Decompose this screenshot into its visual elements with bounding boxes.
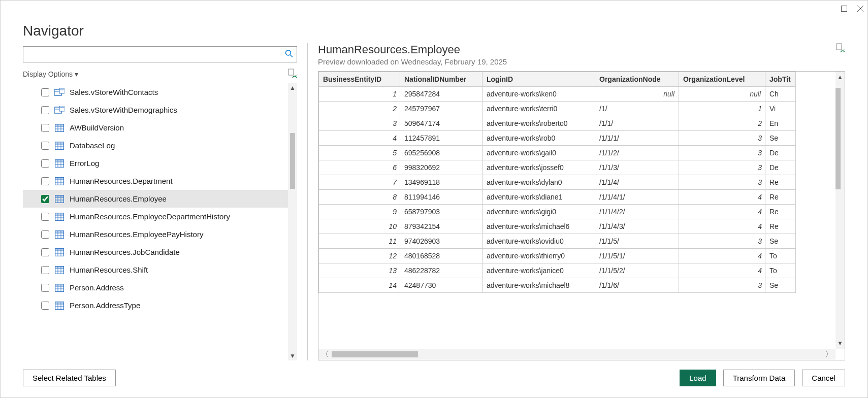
transform-data-button[interactable]: Transform Data bbox=[723, 370, 795, 386]
tree-item-checkbox[interactable] bbox=[41, 88, 49, 96]
cell: 134969118 bbox=[400, 175, 483, 190]
tree-item-checkbox[interactable] bbox=[41, 142, 49, 150]
table-row[interactable]: 3509647174adventure-works\roberto0/1/1/2… bbox=[319, 116, 796, 131]
scroll-down-icon[interactable]: ▼ bbox=[835, 338, 845, 349]
scroll-thumb[interactable] bbox=[290, 133, 295, 189]
cell: adventure-works\terri0 bbox=[483, 102, 595, 116]
tree-scrollbar[interactable]: ▲ ▼ bbox=[288, 83, 297, 360]
load-button[interactable]: Load bbox=[680, 370, 716, 386]
svg-rect-5 bbox=[288, 69, 294, 75]
table-icon bbox=[54, 230, 65, 239]
table-row[interactable]: 10879342154adventure-works\michael6/1/1/… bbox=[319, 219, 796, 234]
column-header[interactable]: NationalIDNumber bbox=[400, 72, 483, 87]
table-row[interactable]: 7134969118adventure-works\dylan0/1/1/4/3… bbox=[319, 175, 796, 190]
table-row[interactable]: 6998320692adventure-works\jossef0/1/1/3/… bbox=[319, 160, 796, 175]
cell: 3 bbox=[679, 175, 765, 190]
object-tree: Sales.vStoreWithContactsSales.vStoreWith… bbox=[23, 83, 297, 360]
scroll-thumb[interactable] bbox=[332, 351, 418, 357]
scroll-thumb[interactable] bbox=[835, 88, 841, 189]
table-row[interactable]: 1442487730adventure-works\michael8/1/1/6… bbox=[319, 278, 796, 293]
tree-item-label: Person.Address bbox=[70, 283, 124, 292]
column-header[interactable]: LoginID bbox=[483, 72, 595, 87]
tree-item-checkbox[interactable] bbox=[41, 230, 49, 239]
tree-item[interactable]: Person.Address bbox=[23, 279, 297, 296]
svg-line-4 bbox=[291, 55, 293, 57]
cell: 3 bbox=[679, 131, 765, 146]
table-icon bbox=[54, 142, 65, 150]
table-icon bbox=[54, 195, 65, 203]
tree-item-checkbox[interactable] bbox=[41, 124, 49, 132]
tree-item[interactable]: HumanResources.Department bbox=[23, 172, 297, 190]
table-icon bbox=[54, 213, 65, 221]
display-options-label: Display Options bbox=[23, 70, 73, 78]
scroll-left-icon[interactable]: 〈 bbox=[318, 350, 332, 359]
tree-item[interactable]: DatabaseLog bbox=[23, 137, 297, 154]
cancel-button[interactable]: Cancel bbox=[802, 370, 845, 386]
table-row[interactable]: 5695256908adventure-works\gail0/1/1/2/3D… bbox=[319, 146, 796, 160]
tree-item[interactable]: Sales.vStoreWithContacts bbox=[23, 83, 297, 101]
scroll-up-icon[interactable]: ▲ bbox=[835, 72, 845, 83]
cell: 2 bbox=[679, 116, 765, 131]
table-row[interactable]: 12480168528adventure-works\thierry0/1/1/… bbox=[319, 249, 796, 263]
tree-item-label: Person.AddressType bbox=[70, 301, 140, 310]
tree-item-checkbox[interactable] bbox=[41, 195, 49, 203]
tree-item[interactable]: HumanResources.JobCandidate bbox=[23, 243, 297, 261]
table-vscrollbar[interactable]: ▲ ▼ bbox=[835, 72, 845, 349]
tree-item[interactable]: HumanResources.EmployeePayHistory bbox=[23, 225, 297, 243]
close-icon[interactable] bbox=[856, 5, 864, 13]
cell: /1/1/4/ bbox=[595, 175, 679, 190]
tree-item-label: HumanResources.EmployeePayHistory bbox=[70, 230, 203, 239]
table-row[interactable]: 8811994146adventure-works\diane1/1/1/4/1… bbox=[319, 190, 796, 205]
tree-item[interactable]: ErrorLog bbox=[23, 154, 297, 172]
table-icon bbox=[54, 124, 65, 132]
maximize-icon[interactable] bbox=[840, 5, 848, 13]
tree-item-checkbox[interactable] bbox=[41, 213, 49, 221]
svg-rect-12 bbox=[59, 106, 65, 111]
column-header[interactable]: JobTit bbox=[765, 72, 796, 87]
refresh-icon[interactable] bbox=[288, 69, 297, 79]
display-options-dropdown[interactable]: Display Options ▾ bbox=[23, 70, 78, 78]
column-header[interactable]: BusinessEntityID bbox=[319, 72, 400, 87]
table-row[interactable]: 11974026903adventure-works\ovidiu0/1/1/5… bbox=[319, 234, 796, 249]
table-icon bbox=[54, 159, 65, 168]
tree-item-checkbox[interactable] bbox=[41, 177, 49, 185]
search-input[interactable] bbox=[23, 46, 297, 62]
scroll-right-icon[interactable]: 〉 bbox=[822, 350, 835, 359]
tree-item[interactable]: HumanResources.Employee bbox=[23, 190, 297, 208]
column-header[interactable]: OrganizationNode bbox=[595, 72, 679, 87]
tree-item-label: Sales.vStoreWithContacts bbox=[70, 88, 158, 96]
tree-item-checkbox[interactable] bbox=[41, 248, 49, 256]
tree-item-checkbox[interactable] bbox=[41, 106, 49, 114]
cell: 658797903 bbox=[400, 205, 483, 219]
table-row[interactable]: 9658797903adventure-works\gigi0/1/1/4/2/… bbox=[319, 205, 796, 219]
tree-item-checkbox[interactable] bbox=[41, 302, 49, 310]
table-icon bbox=[54, 302, 65, 310]
cell: /1/1/4/1/ bbox=[595, 190, 679, 205]
tree-item[interactable]: HumanResources.EmployeeDepartmentHistory bbox=[23, 208, 297, 225]
cell: 5 bbox=[319, 146, 400, 160]
cell: null bbox=[679, 87, 765, 102]
tree-item[interactable]: AWBuildVersion bbox=[23, 119, 297, 137]
select-related-tables-button[interactable]: Select Related Tables bbox=[23, 370, 116, 386]
scroll-down-icon[interactable]: ▼ bbox=[288, 351, 297, 360]
search-icon[interactable] bbox=[285, 50, 293, 59]
tree-item-label: Sales.vStoreWithDemographics bbox=[70, 106, 177, 114]
tree-item-checkbox[interactable] bbox=[41, 159, 49, 168]
tree-item[interactable]: Person.AddressType bbox=[23, 296, 297, 314]
column-header[interactable]: OrganizationLevel bbox=[679, 72, 765, 87]
table-row[interactable]: 2245797967adventure-works\terri0/1/1Vi bbox=[319, 102, 796, 116]
preview-refresh-icon[interactable] bbox=[836, 43, 845, 54]
tree-item[interactable]: HumanResources.Shift bbox=[23, 261, 297, 279]
tree-item-checkbox[interactable] bbox=[41, 284, 49, 292]
tree-item-checkbox[interactable] bbox=[41, 266, 49, 274]
table-row[interactable]: 13486228782adventure-works\janice0/1/1/5… bbox=[319, 263, 796, 278]
tree-item[interactable]: Sales.vStoreWithDemographics bbox=[23, 101, 297, 119]
table-row[interactable]: 4112457891adventure-works\rob0/1/1/1/3Se bbox=[319, 131, 796, 146]
table-row[interactable]: 1295847284adventure-works\ken0nullnullCh bbox=[319, 87, 796, 102]
table-hscrollbar[interactable]: 〈 〉 bbox=[318, 349, 835, 360]
cell: adventure-works\ken0 bbox=[483, 87, 595, 102]
scroll-up-icon[interactable]: ▲ bbox=[288, 83, 297, 92]
cell: 974026903 bbox=[400, 234, 483, 249]
svg-rect-21 bbox=[55, 142, 64, 144]
panel-divider bbox=[307, 43, 308, 360]
